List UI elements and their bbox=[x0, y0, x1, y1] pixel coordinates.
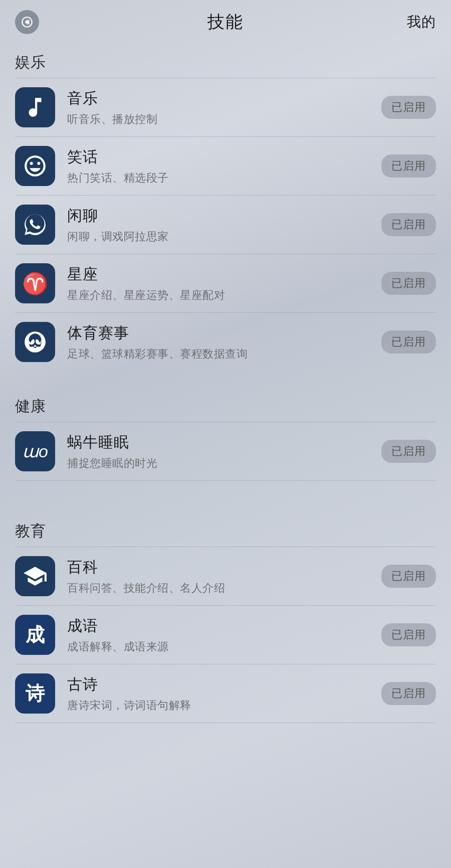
sports-status[interactable]: 已启用 bbox=[381, 330, 436, 354]
zodiac-desc: 星座介绍、星座运势、星座配对 bbox=[67, 288, 381, 303]
my-button[interactable]: 我的 bbox=[407, 13, 436, 32]
jokes-status[interactable]: 已启用 bbox=[381, 154, 436, 178]
section-entertainment-label: 娱乐 bbox=[0, 42, 451, 78]
zodiac-title: 星座 bbox=[67, 264, 381, 285]
sports-desc: 足球、篮球精彩赛事、赛程数据查询 bbox=[67, 346, 381, 362]
encyclopedia-desc: 百科问答、技能介绍、名人介绍 bbox=[67, 581, 381, 596]
section-education-label: 教育 bbox=[0, 511, 451, 547]
sleep-text: 蜗牛睡眠 捕捉您睡眠的时光 bbox=[67, 432, 381, 471]
section-health-label: 健康 bbox=[0, 386, 451, 422]
list-item-sleep[interactable]: ɯo 蜗牛睡眠 捕捉您睡眠的时光 已启用 bbox=[0, 422, 451, 480]
list-item-sports[interactable]: 体育赛事 足球、篮球精彩赛事、赛程数据查询 已启用 bbox=[0, 313, 451, 371]
spacer bbox=[0, 496, 451, 511]
divider bbox=[15, 723, 436, 723]
sports-title: 体育赛事 bbox=[67, 323, 381, 343]
chat-icon bbox=[15, 205, 55, 245]
music-desc: 听音乐、播放控制 bbox=[67, 112, 381, 127]
music-icon bbox=[15, 87, 55, 127]
chat-status[interactable]: 已启用 bbox=[381, 213, 436, 236]
idiom-status[interactable]: 已启用 bbox=[381, 623, 436, 646]
list-item-poetry[interactable]: 诗 古诗 唐诗宋词，诗词语句解释 已启用 bbox=[0, 664, 451, 723]
idiom-text: 成语 成语解释、成语来源 bbox=[67, 616, 381, 654]
music-title: 音乐 bbox=[67, 88, 381, 109]
sports-icon bbox=[15, 322, 55, 362]
chat-title: 闲聊 bbox=[67, 206, 381, 226]
encyclopedia-text: 百科 百科问答、技能介绍、名人介绍 bbox=[67, 557, 381, 596]
music-text: 音乐 听音乐、播放控制 bbox=[67, 88, 381, 127]
list-item-zodiac[interactable]: ♈ 星座 星座介绍、星座运势、星座配对 已启用 bbox=[0, 254, 451, 312]
chat-desc: 闲聊，调戏阿拉思家 bbox=[67, 229, 381, 244]
sleep-title: 蜗牛睡眠 bbox=[67, 432, 381, 453]
chat-text: 闲聊 闲聊，调戏阿拉思家 bbox=[67, 206, 381, 244]
list-item-jokes[interactable]: 笑话 热门笑话、精选段子 已启用 bbox=[0, 137, 451, 195]
jokes-icon bbox=[15, 146, 55, 186]
spacer bbox=[0, 371, 451, 386]
page-title: 技能 bbox=[207, 11, 244, 34]
list-item-idiom[interactable]: 成 成语 成语解释、成语来源 已启用 bbox=[0, 606, 451, 664]
poetry-title: 古诗 bbox=[67, 674, 381, 695]
idiom-title: 成语 bbox=[67, 616, 381, 636]
sleep-status[interactable]: 已启用 bbox=[381, 440, 436, 463]
sleep-icon: ɯo bbox=[15, 431, 55, 471]
jokes-desc: 热门笑话、精选段子 bbox=[67, 170, 381, 186]
poetry-icon: 诗 bbox=[15, 673, 55, 714]
poetry-desc: 唐诗宋词，诗词语句解释 bbox=[67, 698, 381, 713]
list-item-encyclopedia[interactable]: 百科 百科问答、技能介绍、名人介绍 已启用 bbox=[0, 547, 451, 605]
encyclopedia-title: 百科 bbox=[67, 557, 381, 578]
jokes-text: 笑话 热门笑话、精选段子 bbox=[67, 147, 381, 186]
encyclopedia-status[interactable]: 已启用 bbox=[381, 565, 436, 588]
jokes-title: 笑话 bbox=[67, 147, 381, 167]
poetry-text: 古诗 唐诗宋词，诗词语句解释 bbox=[67, 674, 381, 713]
sleep-desc: 捕捉您睡眠的时光 bbox=[67, 456, 381, 471]
poetry-status[interactable]: 已启用 bbox=[381, 682, 436, 705]
idiom-desc: 成语解释、成语来源 bbox=[67, 639, 381, 654]
encyclopedia-icon bbox=[15, 556, 55, 596]
idiom-icon: 成 bbox=[15, 615, 55, 655]
back-button[interactable] bbox=[15, 10, 39, 34]
list-item-music[interactable]: 音乐 听音乐、播放控制 已启用 bbox=[0, 78, 451, 136]
music-status[interactable]: 已启用 bbox=[381, 96, 436, 119]
list-item-chat[interactable]: 闲聊 闲聊，调戏阿拉思家 已启用 bbox=[0, 196, 451, 254]
sports-text: 体育赛事 足球、篮球精彩赛事、赛程数据查询 bbox=[67, 323, 381, 362]
zodiac-icon: ♈ bbox=[15, 263, 55, 303]
header: 技能 我的 bbox=[0, 0, 451, 42]
zodiac-status[interactable]: 已启用 bbox=[381, 272, 436, 295]
zodiac-text: 星座 星座介绍、星座运势、星座配对 bbox=[67, 264, 381, 303]
spacer bbox=[0, 481, 451, 496]
